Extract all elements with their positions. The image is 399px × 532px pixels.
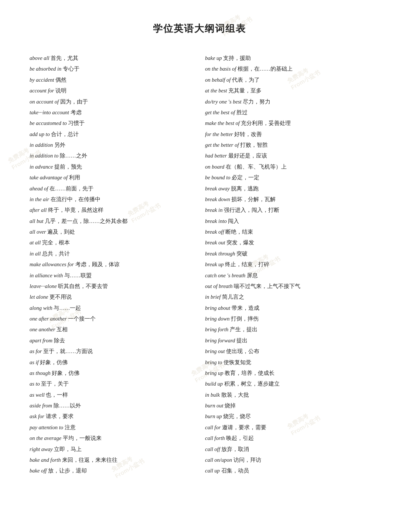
entry-english: call for [205,424,221,430]
entry-english: break into [205,218,227,224]
list-item: along with 与……一起 [30,304,194,313]
list-item: after all 终于，毕竟，虽然这样 [30,206,194,215]
list-item: on behalf of 代表，为了 [205,75,369,85]
entry-english: apart from [30,338,52,343]
list-item: bring forth 产生，提出 [205,325,369,334]
list-item: all over 遍及，到处 [30,227,194,237]
entry-english: bake up [205,55,222,61]
entry-english: all over [30,229,46,235]
entry-english: in addition [30,142,53,148]
list-item: on account of 因为，由于 [30,97,194,106]
list-item: in addition 另外 [30,140,194,150]
left-column: above all 首先，尤其be absorbed in 专心于by acci… [30,54,194,476]
list-item: call off 放弃，取消 [205,445,369,454]
list-item: be bound to 必定，一定 [205,173,369,182]
entry-english: call up [205,468,220,474]
list-item: in addition to 除……之外 [30,151,194,160]
entry-english: along with [30,305,52,311]
entry-english: add up to [30,131,50,137]
entry-english: let alone [30,294,48,300]
entry-english: burn up [205,413,222,419]
list-item: bring about 带来，造成 [205,304,369,313]
list-item: in the air 在流行中，在传播中 [30,195,194,204]
entry-english: bring about [205,305,230,311]
list-item: bring down 打倒，摔伤 [205,314,369,323]
entry-english: aside from [30,403,52,409]
entry-english: get the better of [205,142,239,148]
entry-english: on board [205,164,224,170]
list-item: be accustomed to 习惯于 [30,119,194,128]
list-item: had better 最好还是，应该 [205,151,369,160]
right-column: bake up 支持，援助on the basis of 根据，在……的基础上o… [205,54,369,476]
list-item: get the better of 打败，智胜 [205,140,369,150]
list-item: all but 几乎，差一点，除……之外其余都 [30,217,194,226]
list-item: ahead of 在……前面，先于 [30,184,194,193]
entry-english: break out [205,240,225,245]
list-item: bake up 支持，援助 [205,54,369,63]
entry-english: bring out [205,348,225,354]
entry-english: take advantage of [30,174,68,180]
list-item: take···into account 考虑 [30,108,194,117]
list-item: be absorbed in 专心于 [30,64,194,74]
list-item: at all 完全，根本 [30,238,194,247]
list-item: break up 终止，结束，打碎 [205,260,369,269]
list-item: break through 突破 [205,249,369,258]
entry-english: above all [30,55,50,61]
entry-english: break through [205,251,235,257]
list-item: in bulk 散装，大批 [205,390,369,400]
list-item: on the basis of 根据，在……的基础上 [205,64,369,74]
list-item: call up 召集，动员 [205,466,369,475]
entry-english: make the best of [205,120,240,126]
list-item: add up to 合计，总计 [30,130,194,139]
entry-english: by accident [30,77,54,83]
entry-english: as though [30,370,51,376]
entry-english: account for [30,88,54,94]
entry-english: bring up [205,370,224,376]
entry-english: catch one 's breath [205,272,245,278]
list-item: by accident 偶然 [30,75,194,85]
list-item: in brief 简儿言之 [205,292,369,302]
entry-english: be bound to [205,174,230,180]
list-item: at the best 充其量，至多 [205,86,369,95]
entry-english: in advance [30,164,53,170]
list-item: call on/upon 访问，拜访 [205,455,369,465]
list-item: on the average 平均，一般说来 [30,434,194,443]
entry-english: take···into account [30,109,69,115]
list-item: ask for 请求，要求 [30,412,194,421]
entry-english: on the basis of [205,66,236,72]
list-item: make allowances for 考虑，顾及，体谅 [30,260,194,269]
page-title: 学位英语大纲词组表 [30,22,369,35]
entry-english: on account of [30,99,59,105]
list-item: take advantage of 利用 [30,173,194,182]
entry-english: call off [205,446,220,452]
entry-english: in alliance with [30,272,63,278]
entry-english: bring forth [205,326,228,332]
entry-english: as for [30,348,42,354]
entry-english: in all [30,251,41,257]
list-item: get the best of 胜过 [205,108,369,117]
entry-english: one another [30,326,55,332]
list-item: break away 脱离，逃跑 [205,184,369,193]
list-item: burn up 烧完，烧尽 [205,412,369,421]
entry-english: ask for [30,413,44,419]
entry-english: burn out [205,403,224,409]
list-item: call forth 唤起，引起 [205,434,369,443]
entry-english: as to [30,381,40,387]
entry-english: all but [30,218,43,224]
entry-english: ahead of [30,186,48,192]
page: 免费高考From小盆书 免费高考From小盆书 免费高考From小盆书 免费高考… [0,0,399,532]
list-item: on board 在（船、车、飞机等）上 [205,162,369,172]
list-item: as though 好象，仿佛 [30,369,194,378]
list-item: let alone 更不用说 [30,292,194,302]
entry-english: call on/upon [205,457,232,463]
list-item: break out 突发，爆发 [205,238,369,247]
entry-english: in the air [30,196,49,202]
list-item: do/try one 's best 尽力，努力 [205,97,369,106]
list-item: as if 好象，仿佛 [30,358,194,367]
entry-english: at the best [205,88,227,94]
list-item: pay attention to 注意 [30,423,194,432]
entry-english: for the better [205,131,233,137]
entry-english: in brief [205,294,221,300]
entry-english: build up [205,381,223,387]
list-item: build up 积累，树立，逐步建立 [205,379,369,389]
